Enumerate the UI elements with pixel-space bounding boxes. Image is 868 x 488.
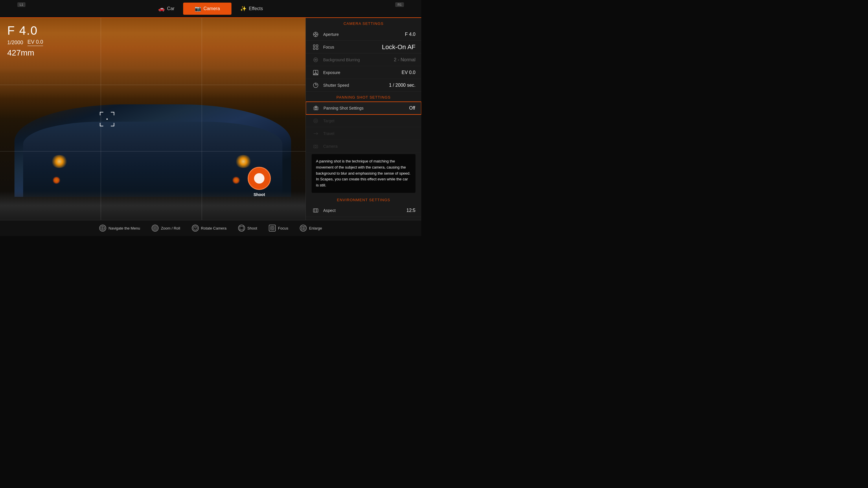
svg-rect-9 xyxy=(313,45,315,46)
svg-marker-57 xyxy=(240,226,243,230)
focus-action: Focus xyxy=(269,225,288,232)
panning-settings-header: Panning Shot Settings xyxy=(306,92,421,102)
right-panel: Camera Settings Aperture F 4.0 xyxy=(306,18,421,220)
reticle-corner-tl xyxy=(100,112,103,116)
sunset-glow xyxy=(0,18,306,119)
svg-point-59 xyxy=(271,227,273,229)
background-blur-icon xyxy=(312,56,320,64)
svg-rect-10 xyxy=(316,45,318,46)
nav-camera-label: Camera xyxy=(204,6,220,11)
aspect-value: 12:5 xyxy=(406,208,415,213)
shoot-action: Shoot xyxy=(238,225,257,232)
background-blur-setting[interactable]: Background Blurring 2 - Normal xyxy=(306,54,421,66)
panning-target-icon xyxy=(312,117,320,125)
nav-effects-button[interactable]: ✨ Effects xyxy=(231,3,272,14)
aperture-setting[interactable]: Aperture F 4.0 xyxy=(306,28,421,41)
aspect-label: Aspect xyxy=(323,208,406,213)
svg-point-24 xyxy=(315,120,316,122)
svg-rect-11 xyxy=(313,48,315,50)
svg-point-4 xyxy=(315,34,316,35)
focus-value: Lock-On AF xyxy=(382,43,415,51)
panning-camera-icon xyxy=(312,142,320,150)
bottom-bar: Navigate the Menu Zoom / Roll Rotate Cam… xyxy=(0,220,421,236)
panning-target-label: Target xyxy=(323,119,415,123)
shutter-speed-setting[interactable]: Shutter Speed 1 / 2000 sec. xyxy=(306,79,421,92)
exposure-setting[interactable]: Exposure EV 0.0 xyxy=(306,66,421,79)
shoot-button-label: Shoot xyxy=(253,192,265,197)
reticle-dot xyxy=(106,119,107,120)
panning-shot-value: Off xyxy=(409,105,415,111)
navigate-menu-action: Navigate the Menu xyxy=(99,225,140,232)
svg-point-1 xyxy=(258,177,260,179)
nav-car-label: Car xyxy=(167,6,175,11)
aperture-value: F 4.0 xyxy=(405,32,415,37)
panning-target-setting[interactable]: Target xyxy=(306,115,421,127)
svg-point-23 xyxy=(314,119,318,123)
svg-point-54 xyxy=(153,226,157,230)
shoot-action-label: Shoot xyxy=(247,226,257,230)
enlarge-action: Enlarge xyxy=(300,225,322,232)
panning-shot-icon xyxy=(312,104,320,112)
navigate-menu-icon xyxy=(99,225,106,232)
background-blur-label: Background Blurring xyxy=(323,58,394,62)
shoot-button-container: Shoot xyxy=(248,167,271,197)
exposure-icon xyxy=(312,68,320,76)
main-area: F 4.0 1/2000 EV 0.0 427mm Shoot xyxy=(0,18,421,220)
reticle-corner-tr xyxy=(111,112,114,116)
aperture-icon xyxy=(312,30,320,38)
focus-action-icon xyxy=(269,225,276,232)
svg-point-26 xyxy=(315,146,316,148)
panning-shot-label: Panning Shot Settings xyxy=(323,106,409,110)
shutter-speed-value: 1 / 2000 sec. xyxy=(389,83,415,88)
rotate-camera-action: Rotate Camera xyxy=(192,225,226,232)
headlight-right xyxy=(235,155,252,168)
top-navigation: L1 🚗 Car 📷 Camera ✨ Effects R1 xyxy=(0,0,421,18)
shoot-button-icon xyxy=(254,173,265,184)
nav-camera-button[interactable]: 📷 Camera xyxy=(183,3,231,15)
background-blur-value: 2 - Normal xyxy=(394,57,415,62)
svg-rect-12 xyxy=(316,48,318,50)
svg-rect-58 xyxy=(271,226,274,230)
panning-travel-label: Travel xyxy=(323,131,415,136)
svg-point-0 xyxy=(257,176,261,181)
panning-tooltip-text: A panning shot is the technique of match… xyxy=(316,158,411,189)
nav-car-button[interactable]: 🚗 Car xyxy=(150,3,183,14)
nav-effects-label: Effects xyxy=(249,6,263,11)
car-icon: 🚗 xyxy=(158,5,165,12)
rotate-camera-label: Rotate Camera xyxy=(201,226,226,230)
zoom-roll-icon xyxy=(152,225,159,232)
focus-label: Focus xyxy=(323,45,382,50)
aperture-label: Aperture xyxy=(323,32,405,37)
focus-setting[interactable]: Focus Lock-On AF xyxy=(306,41,421,54)
shoot-button[interactable] xyxy=(248,167,271,190)
shutter-speed-icon xyxy=(312,81,320,89)
aspect-icon xyxy=(312,206,320,215)
panning-travel-setting[interactable]: Travel xyxy=(306,127,421,140)
panning-camera-label: Camera xyxy=(323,144,415,149)
rotate-camera-icon xyxy=(192,225,199,232)
reticle-corner-bl xyxy=(100,123,103,126)
r1-badge: R1 xyxy=(395,2,404,7)
svg-rect-27 xyxy=(313,209,318,212)
panning-travel-icon xyxy=(312,130,320,138)
camera-icon: 📷 xyxy=(195,5,201,12)
orientation-setting[interactable]: Orientation Landscape xyxy=(306,217,421,220)
navigate-menu-label: Navigate the Menu xyxy=(108,226,140,230)
camera-viewport: F 4.0 1/2000 EV 0.0 427mm Shoot xyxy=(0,18,306,220)
svg-rect-22 xyxy=(315,106,317,107)
camera-settings-header: Camera Settings xyxy=(306,18,421,28)
headlight-left xyxy=(51,155,68,168)
panning-camera-setting[interactable]: Camera xyxy=(306,140,421,153)
focus-action-label: Focus xyxy=(278,226,288,230)
zoom-roll-action: Zoom / Roll xyxy=(152,225,180,232)
focus-reticle xyxy=(100,112,114,126)
shoot-action-icon xyxy=(238,225,245,232)
aspect-setting[interactable]: Aspect 12:5 xyxy=(306,204,421,217)
l1-badge: L1 xyxy=(18,2,26,7)
svg-marker-16 xyxy=(313,72,318,75)
fog-light-left xyxy=(52,176,61,184)
panning-tooltip: A panning shot is the technique of match… xyxy=(312,154,415,193)
svg-point-21 xyxy=(315,107,317,109)
panning-shot-setting[interactable]: Panning Shot Settings Off xyxy=(306,102,421,115)
zoom-roll-label: Zoom / Roll xyxy=(161,226,180,230)
